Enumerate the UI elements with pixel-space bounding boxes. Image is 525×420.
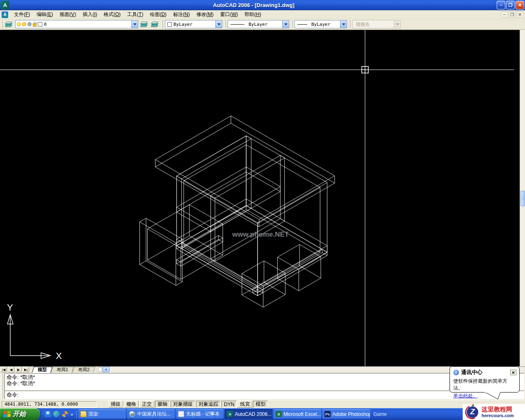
layer-properties-button[interactable]: [4, 20, 14, 29]
command-history-line: 命令: *取消*: [7, 380, 522, 386]
site-logo-en-text: herecours.com: [482, 413, 514, 418]
photoshop-icon: Ps: [324, 411, 331, 417]
menu-item-O[interactable]: 格式(O): [100, 10, 124, 19]
toolbar-grip[interactable]: [162, 20, 163, 28]
task-button-photoshop[interactable]: PsAdobe Photoshop: [322, 409, 370, 419]
tab-布局1[interactable]: 布局1: [52, 367, 73, 373]
horizontal-scroll-thumb[interactable]: [98, 367, 102, 372]
make-layer-current-button[interactable]: [139, 20, 149, 29]
linetype-value: ByLayer: [249, 22, 267, 27]
command-history: 命令: *取消*命令: *取消*: [5, 374, 524, 391]
drawing-file-icon[interactable]: A: [2, 11, 8, 18]
quicklaunch-messenger-icon[interactable]: [45, 411, 51, 417]
scroll-left-button[interactable]: <: [103, 367, 110, 372]
task-button-folder[interactable]: 渲染: [78, 409, 126, 419]
task-button-autocad[interactable]: AAutoCAD 2006...: [225, 409, 272, 419]
task-button-none[interactable]: Game: [371, 409, 393, 419]
tab-nav-button-0[interactable]: |◀: [0, 367, 7, 372]
toggle-栅格[interactable]: 栅格: [124, 401, 139, 408]
color-control-combo[interactable]: ByLayer: [165, 20, 222, 28]
quick-launch-bar: »: [40, 411, 76, 417]
site-logo-icon: Z: [465, 405, 480, 420]
lineweight-control-combo[interactable]: ByLayer: [294, 20, 347, 28]
vertical-scrollbar[interactable]: [520, 30, 525, 366]
task-label: AutoCAD 2006...: [235, 411, 272, 417]
command-window-grip[interactable]: [0, 374, 4, 399]
coordinate-readout[interactable]: 4841.8011, 734.1488, 0.0000: [2, 401, 97, 408]
balloon-close-button[interactable]: ✕: [510, 370, 516, 375]
toolbar-grip[interactable]: [349, 20, 350, 28]
task-button-excel[interactable]: XMicrosoft Excel...: [274, 409, 321, 419]
layer-unlock-icon[interactable]: [33, 23, 37, 27]
quicklaunch-media-icon[interactable]: [62, 411, 68, 417]
color-value: ByLayer: [173, 22, 192, 27]
quicklaunch-browser-icon[interactable]: [53, 411, 59, 417]
menu-item-V[interactable]: 视图(V): [56, 10, 79, 19]
linetype-combo-arrow-icon[interactable]: [282, 21, 289, 28]
layer-on-icon[interactable]: [17, 22, 21, 26]
autocad-app-icon[interactable]: A: [1, 1, 9, 9]
task-label: Game: [373, 411, 387, 417]
command-window: 命令: *取消*命令: *取消* 命令:: [0, 373, 525, 400]
layers-previous-icon: [152, 22, 158, 27]
layer-combo[interactable]: 0: [15, 20, 138, 28]
drawing-canvas[interactable]: Y X www.phome.NET: [0, 30, 525, 366]
menu-item-T[interactable]: 工具(T): [124, 10, 146, 19]
command-prompt[interactable]: 命令:: [5, 391, 524, 399]
layer-previous-button[interactable]: [150, 20, 160, 29]
menu-item-W[interactable]: 窗口(W): [217, 10, 241, 19]
color-combo-arrow-icon[interactable]: [215, 21, 222, 28]
menu-item-E[interactable]: 编辑(E): [33, 10, 56, 19]
layer-thaw-icon[interactable]: [22, 22, 26, 26]
menu-item-H[interactable]: 帮助(H): [241, 10, 265, 19]
toggle-DYN[interactable]: DYN: [221, 401, 237, 408]
menu-item-I[interactable]: 插入(I): [79, 10, 100, 19]
toolbar-grip[interactable]: [224, 20, 226, 28]
ucs-y-label: Y: [7, 302, 13, 313]
toolbar-grip[interactable]: [1, 20, 2, 28]
tab-布局2[interactable]: 布局2: [73, 367, 94, 373]
layer-plot-icon[interactable]: [27, 22, 32, 26]
toggle-对象捕捉[interactable]: 对象捕捉: [171, 401, 195, 408]
task-button-notepad[interactable]: 无标题 - 记事本: [176, 409, 224, 419]
tab-nav-button-3[interactable]: ▶|: [23, 367, 29, 372]
minimize-button[interactable]: –: [497, 1, 505, 9]
tab-nav-button-2[interactable]: ▶: [15, 367, 22, 372]
menu-item-M[interactable]: 修改(M): [193, 10, 217, 19]
command-text-area[interactable]: 命令: *取消*命令: *取消* 命令:: [5, 373, 524, 399]
watermark: www.phome.NET: [232, 231, 289, 239]
menu-item-F[interactable]: 文件(F): [11, 10, 33, 19]
toggle-捕捉[interactable]: 捕捉: [108, 401, 123, 408]
toggle-正交[interactable]: 正交: [139, 401, 154, 408]
menu-item-N[interactable]: 标注(N): [170, 10, 193, 19]
site-logo: Z 这里教程网 herecours.com: [463, 404, 525, 420]
vertical-scroll-thumb[interactable]: [520, 191, 525, 206]
status-toggles: 捕捉栅格正交极轴对象捕捉对象追踪DYN线宽模型: [108, 401, 269, 408]
tab-nav-button-1[interactable]: ◀: [8, 367, 14, 372]
restore-button[interactable]: ❐: [506, 1, 515, 9]
toggle-对象追踪[interactable]: 对象追踪: [196, 401, 221, 408]
info-icon: i: [453, 370, 459, 375]
toggle-极轴[interactable]: 极轴: [155, 401, 170, 408]
task-button-forum[interactable]: m中国家具论坛...: [127, 409, 175, 419]
start-button[interactable]: 开始: [0, 408, 40, 420]
menu-item-D[interactable]: 绘图(D): [146, 10, 170, 19]
ucs-icon: Y X: [7, 302, 62, 361]
quicklaunch-chevron-icon[interactable]: »: [71, 412, 73, 417]
toggle-线宽[interactable]: 线宽: [237, 401, 252, 408]
linetype-control-combo[interactable]: ByLayer: [228, 20, 289, 28]
layer-combo-arrow-icon[interactable]: [131, 21, 138, 28]
close-button[interactable]: ✕: [516, 1, 524, 9]
mdi-restore-button[interactable]: ❐: [509, 11, 516, 18]
lineweight-combo-arrow-icon[interactable]: [340, 21, 347, 28]
mdi-minimize-button[interactable]: –: [501, 11, 508, 18]
mdi-close-button[interactable]: ✕: [516, 11, 523, 18]
layer-color-swatch: [38, 22, 42, 27]
windows-flag-icon: [4, 411, 11, 418]
toggle-模型[interactable]: 模型: [253, 401, 268, 408]
balloon-link[interactable]: 单击此处。: [453, 393, 478, 399]
autocad-window: A AutoCAD 2006 - [Drawing1.dwg] – ❐ ✕ A …: [0, 0, 525, 420]
communication-center-balloon: i 通讯中心 ✕ 使软件保持最新的简单方法。 单击此处。: [450, 366, 520, 393]
toolbar-grip[interactable]: [291, 20, 292, 28]
tab-模型[interactable]: 模型: [33, 367, 52, 373]
